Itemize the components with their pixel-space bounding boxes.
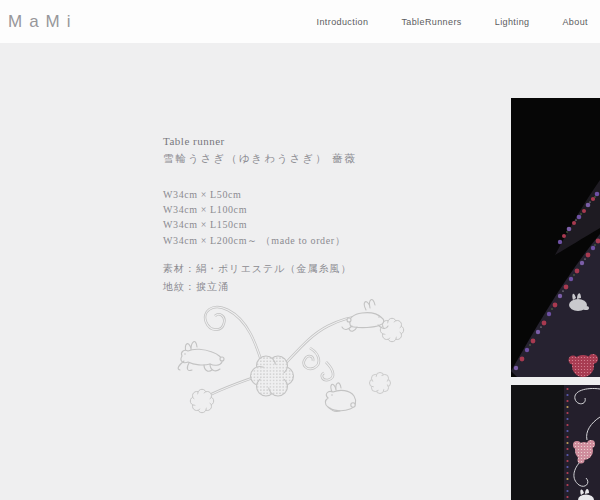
photo-runner-flat[interactable] <box>511 385 600 500</box>
dotted-flower-motif <box>251 356 294 396</box>
nav-item-tablerunners[interactable]: TableRunners <box>401 17 461 27</box>
header: MaMi Introduction TableRunners Lighting … <box>0 0 600 43</box>
rabbit-vine-illustration <box>160 286 420 426</box>
page: MaMi Introduction TableRunners Lighting … <box>0 0 600 500</box>
product-name-japanese: 雪輪うさぎ（ゆきわうさぎ） 薔薇 <box>163 152 357 166</box>
leaping-rabbit-left <box>178 342 224 372</box>
size-list: W34cm × L50cm W34cm × L100cm W34cm × L15… <box>163 187 357 248</box>
nav-item-lighting[interactable]: Lighting <box>495 17 530 27</box>
size-item: W34cm × L150cm <box>163 217 357 232</box>
material-line: 素材：絹・ポリエステル（金属糸風） <box>163 260 357 278</box>
size-item: W34cm × L50cm <box>163 187 357 202</box>
main-content: Table runner 雪輪うさぎ（ゆきわうさぎ） 薔薇 W34cm × L5… <box>0 43 600 500</box>
photo-runner-rolled[interactable] <box>511 98 600 377</box>
size-item: W34cm × L200cm～ （made to order） <box>163 233 357 248</box>
leaping-rabbit-right <box>342 300 388 332</box>
nav-item-introduction[interactable]: Introduction <box>317 17 369 27</box>
size-item: W34cm × L100cm <box>163 202 357 217</box>
logo[interactable]: MaMi <box>8 12 78 32</box>
sitting-rabbit <box>325 383 355 411</box>
main-nav: Introduction TableRunners Lighting About <box>317 17 588 27</box>
product-title: Table runner <box>163 135 357 147</box>
snow-ring-cloud <box>190 318 403 412</box>
nav-item-about[interactable]: About <box>562 17 588 27</box>
product-copy: Table runner 雪輪うさぎ（ゆきわうさぎ） 薔薇 W34cm × L5… <box>163 135 357 296</box>
